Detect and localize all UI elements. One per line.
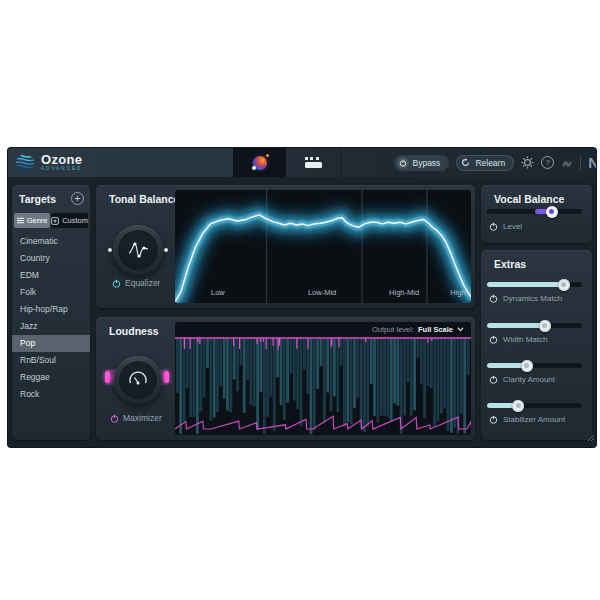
extras-panel: Extras Dynamics Match Width Match Cla [481,250,592,440]
frequency-band-label: High [450,288,465,297]
extras-title: Extras [494,258,526,270]
output-level-label: Output level: [372,325,414,334]
dynamics-match-slider[interactable] [487,278,582,290]
relearn-label: Relearn [475,158,505,168]
genre-item[interactable]: Cinematic [12,233,90,250]
maximizer-power-icon[interactable] [110,414,119,423]
clarity-amount-power-icon[interactable] [489,375,498,384]
slider-knob[interactable] [558,279,570,291]
level-label: Level [503,222,522,231]
genre-item[interactable]: RnB/Soul [12,352,90,369]
app-edition: ADVANCED [41,167,82,172]
genre-item[interactable]: EDM [12,267,90,284]
loudness-display: Output level: Full Scale [175,322,471,435]
slider-knob[interactable] [546,206,558,218]
settings-gear-icon[interactable] [521,156,534,169]
width-match-slider[interactable] [487,319,582,331]
vocal-level-slider[interactable] [487,205,582,217]
tonal-spectrum-chart [175,190,471,303]
equalizer-curve-icon [125,237,151,263]
relearn-button[interactable]: Relearn [456,155,514,171]
vocal-balance-title: Vocal Balance [494,193,564,205]
custom-target-icon [51,217,59,225]
relearn-refresh-icon [459,157,471,169]
genre-item[interactable]: Reggae [12,369,90,386]
tab-assistant-view[interactable] [233,148,286,177]
dynamics-match-power-icon[interactable] [489,294,498,303]
genre-item[interactable]: Folk [12,284,90,301]
genre-item[interactable]: Jazz [12,318,90,335]
tonal-balance-panel: Tonal Balance Equalizer [96,185,475,308]
genre-item[interactable]: Rock [12,386,90,403]
loudness-knob[interactable] [114,356,162,404]
stabilizer-amount-slider[interactable] [487,399,582,411]
list-icon [17,217,24,224]
knob-max-dot [164,248,168,252]
help-icon[interactable]: ? [541,156,554,169]
add-target-button[interactable]: + [71,192,84,205]
tonal-balance-title: Tonal Balance [109,193,179,205]
module-chain-icon [305,157,322,168]
frequency-band-label: Low-Mid [308,288,336,297]
loudness-waveform-chart [175,322,471,435]
knob-min-dot [108,248,112,252]
level-power-icon[interactable] [489,222,498,231]
maximizer-max-handle[interactable] [164,371,169,383]
slider-knob[interactable] [512,400,524,412]
chevron-down-icon [457,327,464,332]
stabilizer-amount-power-icon[interactable] [489,415,498,424]
gauge-icon [126,368,150,392]
equalizer-power-icon[interactable] [112,279,121,288]
tab-detailed-view[interactable] [286,148,341,177]
izotope-glyph-icon [561,157,573,169]
targets-title: Targets [19,193,56,205]
top-bar: Ozone ADVANCED Bypass [8,148,596,177]
bypass-label: Bypass [413,158,441,168]
ozone-plugin-window: Ozone ADVANCED Bypass [8,148,596,447]
vocal-balance-panel: Vocal Balance Level [481,185,592,243]
target-tabs: Genre Custom [14,213,88,228]
output-level-value: Full Scale [418,325,453,334]
divider [580,156,581,170]
genre-list: CinematicCountryEDMFolkHip-hop/RapJazzPo… [12,233,90,403]
genre-item[interactable]: Hip-hop/Rap [12,301,90,318]
tab-genre[interactable]: Genre [14,213,50,228]
genre-item[interactable]: Pop [12,335,90,352]
dynamics-match-label: Dynamics Match [503,294,562,303]
clarity-amount-label: Clarity Amount [503,375,555,384]
resize-handle[interactable] [586,427,594,445]
output-level-dropdown[interactable]: Output level: Full Scale [372,325,464,334]
frequency-band-label: Low [211,288,225,297]
stabilizer-amount-label: Stabilizer Amount [503,415,565,424]
sphere-icon [253,156,267,170]
bypass-button[interactable]: Bypass [394,155,450,171]
maximizer-label: Maximizer [123,413,162,423]
tonal-balance-display: LowLow-MidHigh-MidHigh [175,190,471,303]
ni-logo: N [588,154,596,171]
equalizer-label: Equalizer [125,278,160,288]
ozone-swirl-icon [15,153,35,173]
width-match-label: Width Match [503,335,547,344]
app-title: Ozone [41,153,82,166]
loudness-title: Loudness [109,325,159,337]
loudness-panel: Loudness Maximizer Output level: Full Sc… [96,317,475,440]
tonal-balance-knob[interactable] [113,225,163,275]
slider-knob[interactable] [539,320,551,332]
genre-item[interactable]: Country [12,250,90,267]
slider-knob[interactable] [521,360,533,372]
targets-panel: Targets + Genre Custom CinematicCountryE… [12,185,90,440]
power-icon [397,157,409,169]
width-match-power-icon[interactable] [489,335,498,344]
app-logo: Ozone ADVANCED [8,153,233,173]
maximizer-min-handle[interactable] [105,371,110,383]
clarity-amount-slider[interactable] [487,359,582,371]
frequency-band-label: High-Mid [389,288,419,297]
tab-custom[interactable]: Custom [51,213,88,228]
